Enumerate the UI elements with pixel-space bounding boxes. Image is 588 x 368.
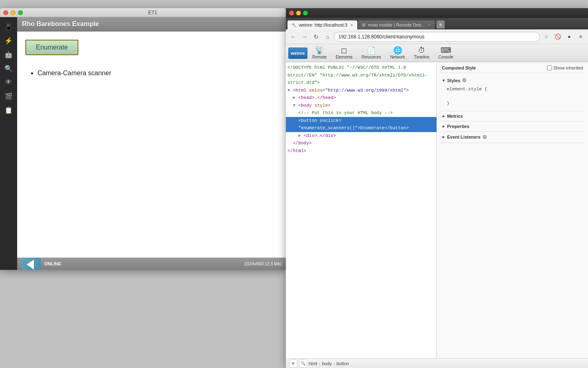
moto-favicon: M xyxy=(362,23,365,27)
dom-line-html: ▼ <html xmlns="http://www.w3.org/1999/xh… xyxy=(286,87,437,94)
sidebar-icon-clipboard[interactable]: 📋 xyxy=(3,105,14,115)
enumerate-button[interactable]: Enumerate xyxy=(25,40,78,55)
block-icon[interactable]: 🚫 xyxy=(553,32,563,42)
right-panel: Computed Style Show inherited ▼ Styles ⚙… xyxy=(437,62,588,358)
event-listeners-section: ► Event Listeners ⚙ xyxy=(440,132,585,143)
dom-line-button-1[interactable]: <button onclick= xyxy=(286,117,437,125)
remote-tool-label: Remote xyxy=(312,55,327,59)
dom-line-div: ► <div>…</div> xyxy=(286,132,437,140)
show-inherited-checkbox[interactable] xyxy=(547,65,552,70)
timeline-icon: ⏱ xyxy=(418,47,425,54)
nav-extra: ☆ 🚫 ● ≡ xyxy=(541,32,586,42)
show-inherited-text: Show inherited xyxy=(553,65,583,70)
network-icon: 🌐 xyxy=(393,47,402,54)
minimize-button[interactable] xyxy=(11,10,16,15)
resources-tool-label: Resources xyxy=(362,55,381,59)
url-bar[interactable] xyxy=(334,32,540,42)
breadcrumb-html-label: html xyxy=(309,361,317,366)
properties-arrow-icon: ► xyxy=(442,124,445,128)
devtools-breadcrumb: ≡ 🔍 html › body › button xyxy=(286,358,588,368)
tab-moto-label: moto mobile | Remote Deb... xyxy=(368,22,425,27)
forward-nav-button[interactable]: → xyxy=(300,32,310,42)
tab-moto[interactable]: M moto mobile | Remote Deb... ✕ xyxy=(358,20,435,29)
event-listeners-label: Event Listeners xyxy=(447,135,481,139)
resources-tool-button[interactable]: 📄 Resources xyxy=(358,45,385,61)
maximize-button[interactable] xyxy=(18,10,23,15)
sidebar-icon-usb[interactable]: ⚡ xyxy=(3,35,14,46)
browser-close-button[interactable] xyxy=(289,11,294,16)
computed-style-header: Computed Style Show inherited xyxy=(440,65,585,73)
dom-line-comment: <!-- Put this in your HTML body --> xyxy=(286,109,437,117)
elements-tool-label: Elements xyxy=(336,55,353,59)
timeline-tool-button[interactable]: ⏱ Timeline xyxy=(410,45,433,61)
styles-gear-icon[interactable]: ⚙ xyxy=(462,77,467,83)
properties-section-header[interactable]: ► Properties xyxy=(440,123,585,130)
styles-section: ▼ Styles ⚙ element.style { } xyxy=(440,75,585,111)
browser-min-button[interactable] xyxy=(296,11,301,16)
home-nav-button[interactable]: ⌂ xyxy=(323,32,332,42)
metrics-arrow-icon: ► xyxy=(442,114,445,118)
scanner-list: Camera-Camera scanner xyxy=(25,67,278,79)
breadcrumb-search-button[interactable]: 🔍 xyxy=(299,359,307,368)
breadcrumb-body-label: body xyxy=(322,361,332,366)
devtools: weinre 📡 Remote ◻ Elements 📄 Resources 🌐… xyxy=(286,44,588,368)
remote-icon: 📡 xyxy=(315,47,324,54)
weinre-favicon: 🔧 xyxy=(292,23,296,27)
status-resolution: 1024x600 (2.3 Mb) xyxy=(244,261,282,266)
app-body: Enumerate Camera-Camera scanner xyxy=(17,31,286,258)
metrics-section-header[interactable]: ► Metrics xyxy=(440,113,585,119)
elements-tool-button[interactable]: ◻ Elements xyxy=(332,45,357,61)
list-item: Camera-Camera scanner xyxy=(38,67,278,79)
breadcrumb-arrow-2: › xyxy=(333,361,335,366)
reload-nav-button[interactable]: ↻ xyxy=(311,32,321,42)
browser-navbar: ← → ↻ ⌂ ☆ 🚫 ● ≡ xyxy=(286,29,588,44)
app-sidebar: 📱 ⚡ 🤖 🔍 👁 🎬 📋 xyxy=(0,17,17,270)
dom-line-1: <!DOCTYPE html PUBLIC "-//W3C//DTD XHTML… xyxy=(286,64,437,72)
dom-line-head: ► <head>…</head> xyxy=(286,94,437,102)
network-tool-label: Network xyxy=(390,55,405,59)
sidebar-icon-film[interactable]: 🎬 xyxy=(3,91,14,101)
timeline-tool-label: Timeline xyxy=(414,55,429,59)
back-arrow-icon xyxy=(27,260,34,269)
remote-tool-button[interactable]: 📡 Remote xyxy=(308,45,331,61)
new-tab-button[interactable]: + xyxy=(437,20,445,29)
sidebar-icon-eye[interactable]: 👁 xyxy=(3,77,14,88)
dom-line-2: Strict//EN" "http://www.w3.org/TR/xhtml1… xyxy=(286,72,437,79)
devtools-body: <!DOCTYPE html PUBLIC "-//W3C//DTD XHTML… xyxy=(286,62,588,358)
resources-icon: 📄 xyxy=(367,47,376,54)
show-inherited-label: Show inherited xyxy=(547,65,583,70)
sidebar-icon-search[interactable]: 🔍 xyxy=(3,63,14,74)
tab-weinre-close[interactable]: ✕ xyxy=(350,23,353,27)
dom-panel[interactable]: <!DOCTYPE html PUBLIC "-//W3C//DTD XHTML… xyxy=(286,62,437,358)
mac-traffic-lights xyxy=(3,10,23,15)
browser-max-button[interactable] xyxy=(303,11,308,16)
app-statusbar: ONLINE 1024x600 (2.3 Mb) xyxy=(17,258,286,270)
sidebar-icon-phone[interactable]: 📱 xyxy=(3,21,14,32)
sidebar-icon-android[interactable]: 🤖 xyxy=(3,49,14,60)
browser-tabs: 🔧 weinre: http://localhost:3 ✕ M moto mo… xyxy=(286,18,588,29)
back-nav-button[interactable]: ← xyxy=(288,32,298,42)
dom-line-body: ▼ <body style> xyxy=(286,102,437,110)
tab-weinre[interactable]: 🔧 weinre: http://localhost:3 ✕ xyxy=(287,20,357,29)
metrics-section: ► Metrics xyxy=(440,111,585,121)
breadcrumb-html: html xyxy=(309,361,317,366)
console-tool-button[interactable]: ⌨ Console xyxy=(434,45,457,61)
profile-icon[interactable]: ● xyxy=(564,32,574,42)
close-button[interactable] xyxy=(3,10,8,15)
network-tool-button[interactable]: 🌐 Network xyxy=(386,45,409,61)
mac-content: 📱 ⚡ 🤖 🔍 👁 🎬 📋 Rho Barebones Example Enum… xyxy=(0,17,286,270)
menu-icon[interactable]: ≡ xyxy=(576,32,586,42)
breadcrumb-expand-button[interactable]: ≡ xyxy=(289,359,297,368)
browser-window: 🔧 weinre: http://localhost:3 ✕ M moto mo… xyxy=(286,8,588,368)
dom-line-html-close: </html> xyxy=(286,147,437,155)
tab-weinre-label: weinre: http://localhost:3 xyxy=(299,22,347,27)
mac-titlebar: ET1 xyxy=(0,8,286,17)
styles-section-header[interactable]: ▼ Styles ⚙ xyxy=(440,76,585,84)
event-listeners-gear-icon[interactable]: ⚙ xyxy=(482,134,487,140)
bookmark-icon[interactable]: ☆ xyxy=(541,32,551,42)
tab-moto-close[interactable]: ✕ xyxy=(428,23,431,27)
event-listeners-section-header[interactable]: ► Event Listeners ⚙ xyxy=(440,133,585,141)
weinre-tool-button[interactable]: weinre xyxy=(288,47,307,59)
dom-line-button-2[interactable]: "enumerate_scanners()">Enumerate</button… xyxy=(286,124,437,132)
properties-section: ► Properties xyxy=(440,121,585,132)
